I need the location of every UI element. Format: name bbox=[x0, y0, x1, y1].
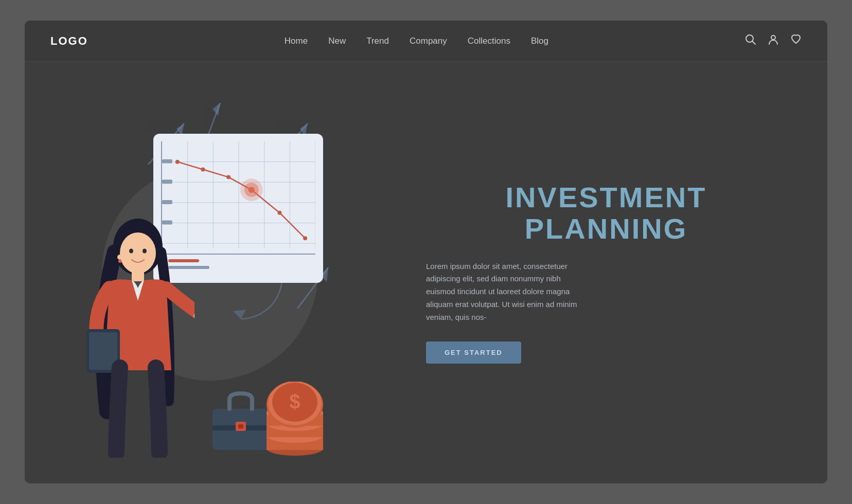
svg-point-32 bbox=[303, 236, 307, 240]
svg-point-27 bbox=[175, 160, 180, 164]
svg-point-38 bbox=[129, 249, 133, 254]
svg-text:$: $ bbox=[289, 391, 300, 412]
logo: LOGO bbox=[50, 34, 88, 48]
nav-home[interactable]: Home bbox=[285, 36, 308, 46]
illustration-area: $ bbox=[25, 62, 395, 483]
svg-point-37 bbox=[120, 232, 156, 274]
svg-point-28 bbox=[201, 168, 205, 172]
svg-rect-24 bbox=[162, 179, 172, 184]
svg-point-2 bbox=[771, 35, 775, 40]
text-area: INVESTMENT PLANNING Lorem ipsum dolor si… bbox=[395, 182, 827, 364]
nav-blog[interactable]: Blog bbox=[531, 36, 548, 46]
svg-rect-25 bbox=[162, 200, 172, 204]
cta-button[interactable]: GET STARTED bbox=[426, 341, 521, 364]
svg-rect-49 bbox=[238, 424, 243, 428]
svg-rect-42 bbox=[132, 270, 144, 281]
svg-point-39 bbox=[143, 249, 147, 254]
user-icon[interactable] bbox=[768, 34, 779, 48]
svg-point-35 bbox=[248, 187, 255, 193]
nav-links: Home New Trend Company Collections Blog bbox=[285, 36, 548, 46]
svg-point-41 bbox=[118, 260, 121, 263]
search-icon[interactable] bbox=[745, 34, 756, 48]
svg-point-29 bbox=[226, 175, 230, 179]
svg-point-40 bbox=[117, 255, 122, 260]
hero-description: Lorem ipsum dolor sit amet, consectetuer… bbox=[426, 260, 591, 324]
page-frame: LOGO Home New Trend Company Collections … bbox=[25, 21, 827, 483]
main-content: $ INVESTMENT PLANNING Lorem ipsum dolor … bbox=[25, 62, 827, 483]
heart-icon[interactable] bbox=[790, 34, 802, 48]
hero-title: INVESTMENT PLANNING bbox=[426, 182, 786, 245]
nav-collections[interactable]: Collections bbox=[468, 36, 510, 46]
nav-icons bbox=[745, 34, 802, 48]
coins-stack: $ bbox=[259, 382, 331, 459]
nav-company[interactable]: Company bbox=[410, 36, 447, 46]
woman-figure bbox=[81, 216, 194, 458]
svg-line-1 bbox=[752, 41, 755, 44]
nav-trend[interactable]: Trend bbox=[366, 36, 389, 46]
svg-marker-11 bbox=[233, 310, 246, 319]
svg-rect-23 bbox=[162, 159, 172, 164]
svg-point-31 bbox=[277, 211, 281, 215]
navbar: LOGO Home New Trend Company Collections … bbox=[25, 21, 827, 62]
nav-new[interactable]: New bbox=[328, 36, 346, 46]
